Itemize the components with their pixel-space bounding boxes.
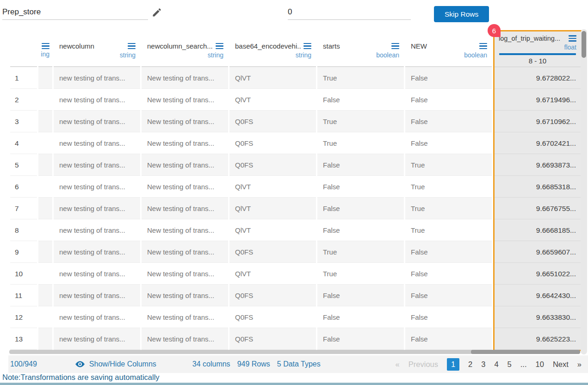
cell-newcolumn: new testing of trans...: [54, 306, 140, 328]
cell-starts: True: [317, 111, 404, 132]
cell-NEW: False: [405, 241, 492, 263]
cell-newcolumn: new testing of trans...: [54, 111, 140, 132]
cell-newcolumn_search: New testing of trans...: [142, 328, 228, 350]
column-log_of_trip_waiting: 6log_of_trip_waiting...float8 - 109.6728…: [493, 30, 582, 351]
visible-rows-counter: 100/949: [10, 360, 37, 368]
pagination-item-2[interactable]: 2: [468, 360, 472, 369]
skip-rows-input[interactable]: [288, 6, 411, 20]
cell-newcolumn: new testing of trans...: [54, 132, 140, 154]
pagination-item-3[interactable]: 3: [481, 360, 485, 369]
eye-icon: [75, 359, 85, 369]
column-menu-icon[interactable]: [391, 43, 399, 50]
cell-newcolumn_search: New testing of trans...: [142, 89, 228, 111]
pagination-item-4[interactable]: 4: [494, 360, 498, 369]
cell-newcolumn_search: New testing of trans...: [142, 132, 228, 154]
cell-log_of_trip_waiting: 9.6728022...: [495, 67, 581, 89]
pagination-item-5[interactable]: 5: [508, 360, 512, 369]
cell-base64_encodevehi: Q0FS: [229, 328, 316, 350]
cell-clipped-column: [38, 132, 52, 154]
column-name: NEW: [411, 42, 427, 50]
column-name-row: newcolumn_search...: [147, 42, 223, 50]
cell-newcolumn_search: New testing of trans...: [142, 176, 228, 198]
cell-clipped-column: [38, 111, 52, 132]
pagination-item-Next[interactable]: Next: [553, 360, 569, 369]
cell-log_of_trip_waiting: 9.6642430...: [495, 285, 581, 306]
cell-newcolumn: new testing of trans...: [54, 219, 140, 241]
column-menu-icon[interactable]: [216, 43, 223, 50]
cell-NEW: False: [405, 263, 492, 285]
cell-base64_encodevehi: QlVT: [229, 198, 316, 219]
column-header-NEW[interactable]: NEWboolean: [405, 35, 492, 67]
row-number-cell: 4: [10, 132, 37, 154]
cell-NEW: False: [405, 285, 492, 306]
cell-clipped-column: [38, 154, 52, 176]
column-name: base64_encodevehi...: [235, 42, 301, 50]
dataset-name-input[interactable]: [2, 6, 148, 20]
cell-NEW: True: [405, 198, 492, 219]
column-header-starts[interactable]: startsboolean: [317, 35, 404, 67]
pagination-item-10[interactable]: 10: [536, 360, 544, 369]
column-name-row: log_of_trip_waiting...: [499, 35, 576, 42]
column-header-log_of_trip_waiting[interactable]: log_of_trip_waiting...float8 - 10: [495, 31, 581, 67]
column-type-label: string: [208, 51, 223, 59]
column-base64_encodevehi: base64_encodevehi...stringQlVTQlVTQ0FSQ0…: [229, 35, 316, 350]
column-menu-icon[interactable]: [128, 43, 136, 50]
cell-newcolumn_search: New testing of trans...: [142, 263, 228, 285]
cell-clipped-column: [38, 285, 52, 306]
column-type-label: float: [564, 43, 576, 51]
dataset-stats: 34 columns 949 Rows 5 Data Types: [192, 360, 321, 368]
top-toolbar: Skip Rows: [0, 0, 588, 29]
cell-newcolumn_search: New testing of trans...: [142, 285, 228, 306]
pagination-item-Previous: Previous: [409, 360, 438, 369]
cell-NEW: True: [405, 219, 492, 241]
cell-newcolumn: new testing of trans...: [54, 89, 140, 111]
cell-newcolumn_search: New testing of trans...: [142, 241, 228, 263]
cell-clipped-column: [38, 241, 52, 263]
column-header-clipped-column[interactable]: ing: [38, 35, 52, 67]
pagination-page-current[interactable]: 1: [447, 358, 459, 371]
column-name-row: NEW: [411, 42, 487, 50]
cell-newcolumn: new testing of trans...: [54, 198, 140, 219]
column-header-newcolumn_search[interactable]: newcolumn_search...string: [142, 35, 228, 67]
edit-name-pencil-icon[interactable]: [151, 7, 162, 18]
data-grid: 12345678910111213ingnewcolumnstringnew t…: [10, 35, 582, 351]
pagination-item-[interactable]: »: [577, 360, 582, 369]
column-header-base64_encodevehi[interactable]: base64_encodevehi...string: [229, 35, 316, 67]
vertical-scrollbar[interactable]: [581, 29, 587, 354]
cell-log_of_trip_waiting: 9.6710962...: [495, 111, 581, 132]
pagination-item-: «: [396, 360, 400, 369]
cell-starts: False: [317, 219, 404, 241]
rows-count: 949 Rows: [237, 360, 270, 368]
horizontal-scrollbar-thumb[interactable]: [471, 350, 580, 354]
show-hide-columns-button[interactable]: Show/Hide Columns: [75, 359, 156, 369]
column-type-label: string: [296, 51, 311, 59]
cell-starts: False: [317, 328, 404, 350]
dataset-name-field: [2, 6, 148, 20]
horizontal-scrollbar[interactable]: [9, 350, 580, 354]
cell-newcolumn: new testing of trans...: [54, 285, 140, 306]
footer-bar: 100/949 Show/Hide Columns 34 columns 949…: [8, 355, 588, 373]
cell-starts: False: [317, 176, 404, 198]
skip-rows-button[interactable]: Skip Rows: [434, 6, 489, 22]
bottom-accent-border: [0, 383, 588, 385]
cell-starts: True: [317, 241, 404, 263]
cell-newcolumn: new testing of trans...: [54, 67, 140, 89]
cell-newcolumn_search: New testing of trans...: [142, 198, 228, 219]
cell-log_of_trip_waiting: 9.6625223...: [495, 328, 581, 350]
column-menu-icon[interactable]: [303, 43, 311, 50]
vertical-scrollbar-thumb[interactable]: [582, 31, 586, 58]
column-starts: startsbooleanTrueFalseTrueTrueFalseFalse…: [317, 35, 404, 350]
cell-newcolumn: new testing of trans...: [54, 176, 140, 198]
cell-log_of_trip_waiting: 9.6651022...: [495, 263, 581, 285]
column-menu-icon[interactable]: [42, 43, 50, 50]
column-menu-icon[interactable]: [479, 43, 487, 50]
row-number-cell: 12: [10, 306, 37, 328]
cell-starts: False: [317, 306, 404, 328]
column-menu-icon[interactable]: [569, 35, 576, 42]
column-row-index: 12345678910111213: [10, 35, 37, 350]
cell-clipped-column: [38, 328, 52, 350]
cell-log_of_trip_waiting: 9.6676755...: [495, 198, 581, 219]
column-name-row: base64_encodevehi...: [235, 42, 311, 50]
cell-starts: True: [317, 132, 404, 154]
column-header-newcolumn[interactable]: newcolumnstring: [54, 35, 140, 67]
